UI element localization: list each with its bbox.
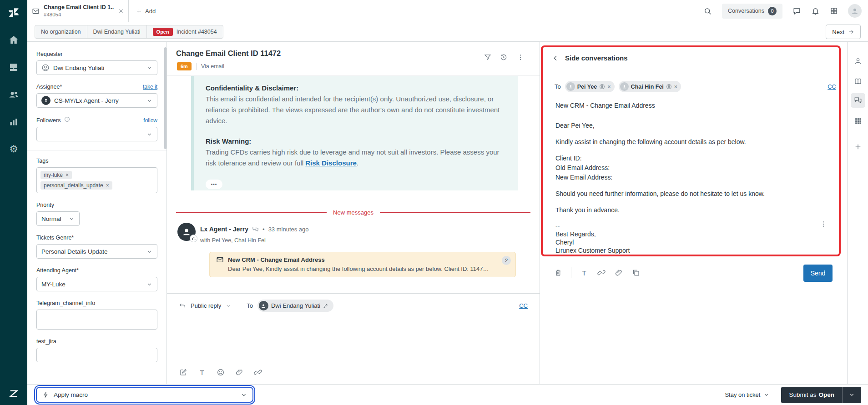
person-circle-icon[interactable] xyxy=(599,84,605,90)
divider-line xyxy=(380,212,530,213)
text-format-icon[interactable]: T xyxy=(580,268,589,277)
fields-scrollbar[interactable] xyxy=(164,47,167,149)
remove-recipient-icon[interactable]: × xyxy=(674,84,677,90)
submit-button[interactable]: Submit as Open xyxy=(781,387,861,403)
next-ticket-button[interactable]: Next xyxy=(826,25,861,39)
apps-icon[interactable] xyxy=(851,114,865,128)
conversations-button[interactable]: Conversations 0 xyxy=(722,4,782,19)
apply-macro-label: Apply macro xyxy=(54,391,88,398)
breadcrumb-requester[interactable]: Dwi Endang Yuliati xyxy=(87,25,147,38)
requester-select[interactable]: Dwi Endang Yuliati xyxy=(36,60,157,75)
copy-icon[interactable] xyxy=(631,268,641,277)
emoji-icon[interactable] xyxy=(216,368,225,377)
stay-on-ticket-selector[interactable]: Stay on ticket xyxy=(722,391,772,399)
views-icon[interactable] xyxy=(6,60,21,75)
risk-disclosure-link[interactable]: Risk Disclosure xyxy=(305,159,357,167)
close-tab-icon[interactable] xyxy=(118,8,124,14)
test-jira-input[interactable] xyxy=(36,348,157,362)
chevron-down-icon xyxy=(146,281,152,287)
notifications-bell-icon[interactable] xyxy=(811,7,820,15)
info-icon[interactable] xyxy=(64,116,70,122)
telegram-channel-info-input[interactable] xyxy=(36,310,157,330)
ticket-tab[interactable]: Change Email Client ID 1... #48054 xyxy=(27,0,129,22)
agent-message: Lx Agent - Jerry • 33 minutes ago with P… xyxy=(177,223,530,282)
submit-dropdown-icon[interactable] xyxy=(842,387,861,403)
person-circle-icon[interactable] xyxy=(666,84,672,90)
assignee-select[interactable]: CS-MY/Lx Agent - Jerry xyxy=(36,93,157,108)
draft-signature-line: -- xyxy=(555,222,815,230)
follow-link[interactable]: follow xyxy=(143,117,157,124)
followers-label: Followers xyxy=(36,117,61,124)
test-jira-label: test_jira xyxy=(36,338,56,345)
breadcrumb-organization[interactable]: No organization xyxy=(35,25,87,38)
home-icon[interactable] xyxy=(6,33,21,47)
draft-line: Should you need further information, ple… xyxy=(555,189,815,199)
product-tray-icon[interactable] xyxy=(830,7,838,15)
draft-line: Thank you in advance. xyxy=(555,205,815,215)
filter-icon[interactable] xyxy=(483,53,492,62)
recipient-pill[interactable]: Pei Yee × xyxy=(565,81,615,92)
knowledge-icon[interactable] xyxy=(851,74,865,89)
tags-field[interactable]: my-luke × personal_details_update × xyxy=(36,167,157,193)
tab-title: Change Email Client ID 1... xyxy=(44,4,114,11)
toolbar-divider xyxy=(571,267,571,278)
tag-pill[interactable]: personal_details_update × xyxy=(40,181,112,190)
search-icon[interactable] xyxy=(703,7,712,15)
events-history-icon[interactable] xyxy=(499,53,508,62)
ticket-footer: Apply macro Stay on ticket Submit as Ope… xyxy=(27,384,868,405)
reporting-icon[interactable] xyxy=(6,115,21,129)
text-format-icon[interactable]: T xyxy=(197,368,207,377)
apply-macro-select[interactable]: Apply macro xyxy=(36,387,253,403)
recipient-pill[interactable]: Chai Hin Fei × xyxy=(619,81,681,92)
draft-overflow-menu-icon[interactable] xyxy=(820,220,827,228)
recipient-pill[interactable]: Dwi Endang Yuliati xyxy=(257,300,333,312)
back-icon[interactable] xyxy=(552,55,560,63)
cc-link[interactable]: CC xyxy=(828,83,836,90)
chevron-down-icon xyxy=(146,65,152,71)
ticket-subject: Change Email Client ID 11472 xyxy=(176,49,281,58)
send-button[interactable]: Send xyxy=(803,265,833,282)
reply-type-selector[interactable]: Public reply xyxy=(191,302,221,309)
show-trimmed-content-button[interactable]: ••• xyxy=(206,180,222,189)
chat-icon[interactable] xyxy=(792,7,801,15)
side-conversation-icon xyxy=(252,226,259,233)
message-author[interactable]: Lx Agent - Jerry xyxy=(200,225,248,233)
link-icon[interactable] xyxy=(597,268,606,277)
attending-agent-select[interactable]: MY-Luke xyxy=(36,277,157,291)
attach-icon[interactable] xyxy=(614,268,623,277)
fields-divider xyxy=(27,150,167,150)
customers-icon[interactable] xyxy=(6,87,21,102)
compose-icon[interactable] xyxy=(179,368,188,377)
add-tab-button[interactable]: Add xyxy=(129,0,163,22)
remove-recipient-icon[interactable]: × xyxy=(607,84,611,90)
next-label: Next xyxy=(832,29,844,35)
tag-pill[interactable]: my-luke × xyxy=(40,171,72,179)
edit-recipient-icon[interactable] xyxy=(323,303,329,309)
tickets-genre-select[interactable]: Personal Details Update xyxy=(36,244,157,259)
delete-draft-icon[interactable] xyxy=(554,268,563,277)
message-timestamp: 33 minutes ago xyxy=(268,226,309,233)
attach-icon[interactable] xyxy=(235,368,244,377)
unread-count-badge: 2 xyxy=(502,256,511,265)
user-avatar[interactable] xyxy=(848,4,862,18)
followers-select[interactable] xyxy=(36,127,157,141)
zendesk-product-logo[interactable] xyxy=(0,0,27,25)
admin-icon[interactable]: ⚙ xyxy=(6,142,21,156)
breadcrumb-ticket[interactable]: Open Incident #48054 xyxy=(147,25,223,38)
link-icon[interactable] xyxy=(253,368,262,377)
side-conversation-card[interactable]: New CRM - Change Email Address Dear Pei … xyxy=(209,252,516,277)
side-conversation-draft[interactable]: New CRM - Change Email Address Dear Pei … xyxy=(555,101,815,261)
add-panel-icon[interactable] xyxy=(851,140,865,154)
cc-link[interactable]: CC xyxy=(519,302,528,309)
user-panel-icon[interactable] xyxy=(851,54,865,68)
chevron-down-icon xyxy=(146,98,152,104)
overflow-menu-icon[interactable] xyxy=(516,53,525,62)
priority-select[interactable]: Normal xyxy=(36,211,80,226)
remove-tag-icon[interactable]: × xyxy=(66,172,69,178)
message-participants: with Pei Yee, Chai Hin Fei xyxy=(200,237,266,244)
chevron-down-icon[interactable] xyxy=(226,303,231,309)
side-conversations-panel-icon[interactable] xyxy=(851,93,865,108)
take-it-link[interactable]: take it xyxy=(143,84,157,90)
draft-line: New Email Address: xyxy=(555,173,815,182)
remove-tag-icon[interactable]: × xyxy=(106,182,109,189)
